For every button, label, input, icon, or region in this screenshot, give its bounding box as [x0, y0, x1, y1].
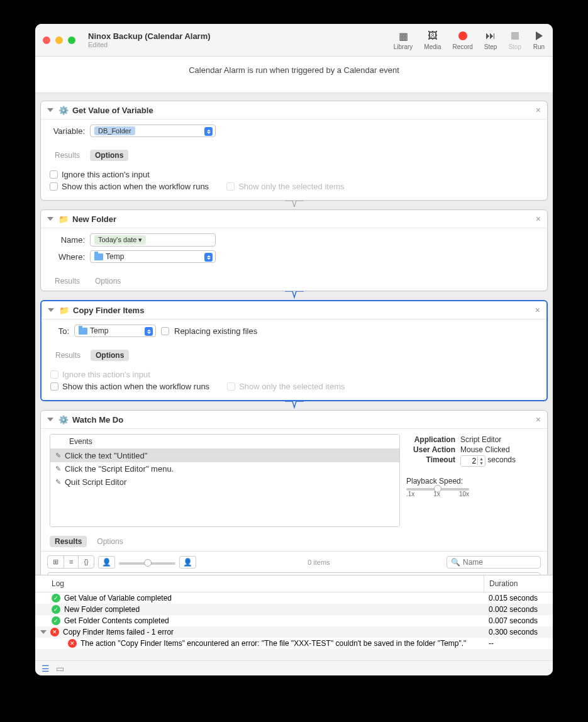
workflow-canvas: ⚙️ Get Value of Variable × Variable: DB_…: [35, 93, 553, 575]
where-select[interactable]: Temp: [90, 250, 216, 263]
library-icon: ▦: [397, 30, 409, 42]
minimize-window-button[interactable]: [55, 36, 63, 44]
run-button[interactable]: Run: [533, 30, 545, 50]
event-item[interactable]: ✎Quit Script Editor: [50, 475, 399, 489]
stop-button[interactable]: Stop: [508, 30, 521, 50]
success-icon: ✓: [52, 594, 60, 603]
event-item[interactable]: ✎Click the "Script Editor" menu.: [50, 462, 399, 475]
results-tab[interactable]: Results: [50, 275, 85, 287]
options-tab[interactable]: Options: [90, 150, 128, 161]
window-title: Ninox Backup (Calendar Alarm): [88, 31, 211, 41]
close-window-button[interactable]: [43, 36, 50, 44]
disclosure-icon[interactable]: [47, 418, 53, 421]
step-icon: ⏭: [484, 30, 497, 42]
stop-icon: [509, 30, 521, 42]
timeout-stepper[interactable]: ▲▼: [460, 455, 485, 467]
success-icon: ✓: [52, 616, 60, 625]
results-tab[interactable]: Results: [50, 536, 87, 547]
window-controls: [43, 36, 75, 44]
action-new-folder[interactable]: 📁 New Folder × Name: Today's date ▾ Wher…: [40, 209, 548, 291]
list-view-icon[interactable]: ≡: [64, 556, 79, 568]
step-down-icon[interactable]: ▼: [478, 461, 485, 465]
success-icon: ✓: [52, 605, 60, 614]
ignore-input-checkbox: [50, 370, 58, 379]
pen-icon: ✎: [55, 452, 61, 460]
select-arrows-icon: [204, 253, 213, 262]
select-arrows-icon: [145, 327, 153, 336]
folder-icon: [79, 328, 87, 335]
record-icon: [457, 30, 469, 42]
ignore-input-checkbox[interactable]: [50, 170, 58, 179]
playback-speed-slider[interactable]: [406, 488, 469, 491]
disclosure-icon[interactable]: [47, 108, 53, 112]
error-icon: ✕: [68, 639, 77, 648]
disclosure-icon[interactable]: [40, 630, 47, 634]
remove-action-button[interactable]: ×: [536, 414, 541, 425]
automator-action-icon: ⚙️: [58, 414, 69, 425]
library-button[interactable]: ▦ Library: [394, 30, 413, 50]
run-icon: [533, 30, 545, 42]
titlebar: Ninox Backup (Calendar Alarm) Edited ▦ L…: [35, 24, 553, 57]
remove-action-button[interactable]: ×: [535, 305, 540, 315]
event-item[interactable]: ✎Click the text "Untitled": [50, 449, 399, 462]
replace-existing-checkbox[interactable]: [161, 327, 169, 335]
log-row[interactable]: ✓Get Folder Contents completed 0.007 sec…: [35, 615, 553, 626]
log-panel: Log Duration ✓Get Value of Variable comp…: [35, 575, 553, 660]
step-button[interactable]: ⏭ Step: [484, 30, 497, 50]
variable-select[interactable]: DB_Folder: [90, 125, 216, 137]
search-icon: 🔍: [451, 558, 460, 567]
options-tab[interactable]: Options: [91, 350, 129, 361]
log-row: [35, 649, 553, 660]
log-row[interactable]: ✕Copy Finder Items failed - 1 error 0.30…: [35, 626, 553, 638]
zoom-slider[interactable]: [119, 562, 175, 565]
view-mode-segment[interactable]: ⊞≡{}: [47, 555, 94, 569]
error-icon: ✕: [50, 628, 59, 636]
pen-icon: ✎: [55, 478, 61, 486]
disclosure-icon[interactable]: [47, 217, 53, 221]
to-select[interactable]: Temp: [74, 325, 156, 337]
code-view-icon[interactable]: {}: [79, 556, 93, 568]
name-field[interactable]: Today's date ▾: [90, 233, 216, 247]
action-watch-me-do[interactable]: ⚙️ Watch Me Do × Events ✎Click the text …: [40, 410, 548, 575]
select-arrows-icon: [204, 127, 213, 136]
action-connector: [39, 401, 549, 410]
record-button[interactable]: Record: [453, 30, 473, 50]
show-selected-checkbox: [226, 182, 235, 191]
disclosure-icon[interactable]: [48, 308, 54, 312]
results-tab[interactable]: Results: [50, 150, 85, 161]
remove-action-button[interactable]: ×: [536, 214, 541, 224]
automator-window: Ninox Backup (Calendar Alarm) Edited ▦ L…: [35, 24, 553, 675]
person-icon[interactable]: 👤: [179, 556, 196, 569]
log-row[interactable]: ✕The action "Copy Finder Items" encounte…: [35, 638, 553, 649]
media-button[interactable]: 🖼 Media: [424, 30, 441, 50]
status-bar: ☰ ▭: [35, 660, 553, 675]
action-connector: [39, 291, 549, 300]
person-icon[interactable]: 👤: [98, 556, 115, 569]
step-up-icon[interactable]: ▲: [478, 457, 485, 461]
list-icon[interactable]: ☰: [42, 664, 50, 674]
remove-action-button[interactable]: ×: [536, 105, 541, 115]
show-when-runs-checkbox[interactable]: [50, 182, 58, 191]
events-list[interactable]: Events ✎Click the text "Untitled" ✎Click…: [50, 434, 400, 527]
log-row[interactable]: ✓New Folder completed 0.002 seconds: [35, 604, 553, 615]
show-when-runs-checkbox[interactable]: [50, 382, 58, 391]
zoom-window-button[interactable]: [68, 36, 75, 44]
log-row[interactable]: ✓Get Value of Variable completed 0.015 s…: [35, 592, 553, 604]
action-get-variable[interactable]: ⚙️ Get Value of Variable × Variable: DB_…: [40, 101, 548, 201]
media-icon: 🖼: [426, 30, 439, 42]
icon-view-icon[interactable]: ⊞: [48, 556, 64, 568]
workflow-description: Calendar Alarm is run when triggered by …: [35, 57, 553, 93]
window-subtitle: Edited: [88, 41, 211, 48]
options-tab[interactable]: Options: [92, 536, 128, 547]
show-selected-checkbox: [227, 382, 235, 391]
options-tab[interactable]: Options: [90, 275, 126, 287]
action-connector: [39, 201, 549, 209]
results-search[interactable]: 🔍: [447, 556, 541, 569]
folder-icon: [94, 253, 103, 260]
finder-icon: 📁: [58, 214, 69, 224]
pen-icon: ✎: [55, 465, 61, 473]
automator-action-icon: ⚙️: [58, 105, 69, 115]
variables-icon[interactable]: ▭: [56, 664, 64, 674]
action-copy-finder-items[interactable]: 📁 Copy Finder Items × To: Temp Replacing…: [40, 300, 548, 401]
results-tab[interactable]: Results: [50, 350, 86, 361]
